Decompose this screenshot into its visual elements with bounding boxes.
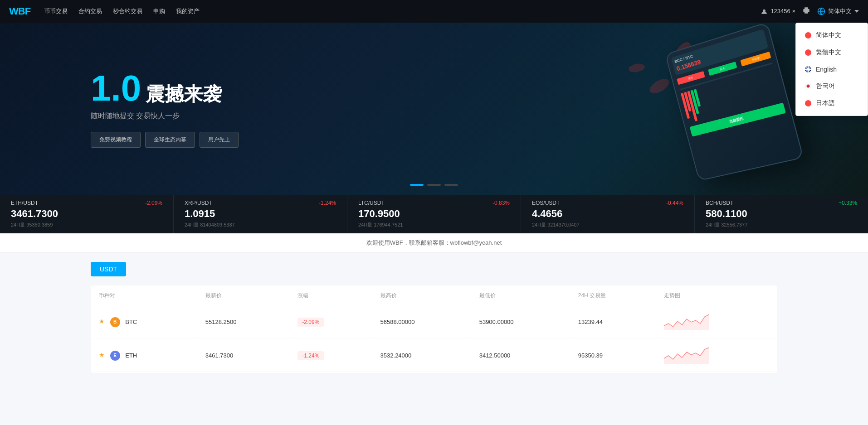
ticker-change: -2.09% [145, 200, 162, 206]
market-section: USDT 币种对 最新价 涨幅 最高价 最低价 24H 交易量 走势图 ★ B … [0, 253, 868, 382]
phone-mockup: BCC / BTC 0.158639 卖出 买入 当前委 当前委托 [678, 36, 814, 181]
latest-price-cell: 55128.2500 [198, 306, 290, 338]
petal-decoration [628, 63, 646, 73]
petal-decoration [647, 76, 672, 97]
lang-label: 简体中文 [828, 7, 852, 15]
change-badge: -2.09% [297, 318, 324, 327]
coin-pair-cell: ★ B BTC [92, 306, 197, 338]
dot-icon [805, 32, 811, 39]
lang-option-english[interactable]: English [796, 61, 868, 77]
svg-rect-2 [805, 11, 808, 14]
lang-option-traditional[interactable]: 繁體中文 [796, 44, 868, 61]
market-tabs: USDT [91, 262, 777, 276]
hero-subtitle: 随时随地提交 交易快人一步 [91, 111, 239, 121]
favorite-star[interactable]: ★ [99, 318, 105, 325]
ticker-item-eth[interactable]: ETH/USDT -2.09% 3461.7300 24H量 95350.385… [0, 195, 174, 233]
ticker-change: -0.44% [666, 200, 683, 206]
mini-chart [664, 312, 709, 330]
latest-price-cell: 3461.7300 [198, 339, 290, 372]
free-tutorial-btn[interactable]: 免费视频教程 [91, 132, 141, 148]
ticker-pair: LTC/USDT [358, 200, 385, 206]
welcome-bar: 欢迎使用WBF，联系邮箱客服：wbflowbf@yeah.net [0, 233, 868, 253]
hero-dots [410, 184, 458, 186]
ticker-item-eos[interactable]: EOS/USDT -0.44% 4.4656 24H量 9214370.0407 [521, 195, 695, 233]
hero-banner: 1.0 震撼来袭 随时随地提交 交易快人一步 免费视频教程 全球生态内幕 用户先… [0, 23, 868, 195]
lang-option-japanese[interactable]: 日本語 [796, 95, 868, 112]
hero-content: 1.0 震撼来袭 随时随地提交 交易快人一步 免费视频教程 全球生态内幕 用户先… [0, 70, 239, 148]
flag-kr-icon [805, 83, 811, 89]
ticker-item-ltc[interactable]: LTC/USDT -0.83% 170.9500 24H量 176944.752… [347, 195, 521, 233]
high-cell: 3532.24000 [373, 339, 471, 372]
col-latest: 最新价 [198, 286, 290, 305]
pair-row: LTC/USDT -0.83% [358, 200, 510, 206]
nav-subscribe[interactable]: 申购 [153, 5, 165, 17]
change-cell: -2.09% [290, 306, 372, 338]
low-cell: 53900.00000 [472, 306, 570, 338]
pair-row: EOS/USDT -0.44% [532, 200, 683, 206]
pair-row: ETH/USDT -2.09% [11, 200, 162, 206]
change-badge: -1.24% [297, 351, 324, 360]
high-cell: 56588.00000 [373, 306, 471, 338]
ticker-vol: 24H量 95350.3859 [11, 222, 162, 228]
pair-row: BCH/USDT +0.33% [706, 200, 857, 206]
dot-2[interactable] [427, 184, 441, 186]
change-cell: -1.24% [290, 339, 372, 372]
chevron-down-icon [854, 9, 859, 14]
user-first-btn[interactable]: 用户先上 [200, 132, 239, 148]
dot-3[interactable] [444, 184, 458, 186]
col-coin-pair: 币种对 [92, 286, 197, 305]
nav-right: 123456 × 简体中文 [761, 7, 859, 16]
svg-marker-7 [664, 314, 709, 330]
ticker-change: -1.24% [319, 200, 336, 206]
col-change: 涨幅 [290, 286, 372, 305]
col-chart: 走势图 [657, 286, 776, 305]
dot-icon [805, 100, 811, 106]
ticker-vol: 24H量 81404809.5387 [185, 222, 336, 228]
hero-buttons: 免费视频教程 全球生态内幕 用户先上 [91, 132, 239, 148]
ticker-change: +0.33% [839, 200, 857, 206]
nav-contract-trade[interactable]: 合约交易 [78, 5, 102, 17]
volume-cell: 95350.39 [571, 339, 656, 372]
ticker-item-bch[interactable]: BCH/USDT +0.33% 580.1100 24H量 32556.7377 [695, 195, 868, 233]
ticker-vol: 24H量 9214370.0407 [532, 222, 683, 228]
table-row[interactable]: ★ E ETH 3461.7300 -1.24% 3532.24000 3412… [92, 339, 776, 372]
favorite-star[interactable]: ★ [99, 351, 105, 358]
logo[interactable]: WBF [9, 5, 30, 17]
nav-user[interactable]: 123456 × [761, 8, 795, 15]
ticker-change: -0.83% [493, 200, 510, 206]
col-high: 最高价 [373, 286, 471, 305]
navbar: WBF 币币交易 合约交易 秒合约交易 申购 我的资产 123456 × 简体中… [0, 0, 868, 23]
lang-switcher[interactable]: 简体中文 [817, 7, 859, 15]
low-cell: 3412.50000 [472, 339, 570, 372]
ticker-vol: 24H量 176944.7521 [358, 222, 510, 228]
table-header-row: 币种对 最新价 涨幅 最高价 最低价 24H 交易量 走势图 [92, 286, 776, 305]
table-row[interactable]: ★ B BTC 55128.2500 -2.09% 56588.00000 53… [92, 306, 776, 338]
nav-links: 币币交易 合约交易 秒合约交易 申购 我的资产 [44, 5, 761, 17]
ticker-price: 3461.7300 [11, 208, 162, 220]
coin-icon: E [110, 351, 120, 361]
ticker-pair: XRP/USDT [185, 200, 212, 206]
ticker-vol: 24H量 32556.7377 [706, 222, 857, 228]
ticker-pair: ETH/USDT [11, 200, 38, 206]
ticker-price: 580.1100 [706, 208, 857, 220]
hero-title: 震撼来袭 [146, 82, 222, 107]
dot-1[interactable] [410, 184, 424, 186]
nav-second-contract[interactable]: 秒合约交易 [113, 5, 142, 17]
dot-icon [805, 49, 811, 56]
ticker-bar: ETH/USDT -2.09% 3461.7300 24H量 95350.385… [0, 195, 868, 233]
nav-my-assets[interactable]: 我的资产 [176, 5, 200, 17]
global-eco-btn[interactable]: 全球生态内幕 [145, 132, 195, 148]
mini-chart [664, 346, 709, 364]
tab-usdt[interactable]: USDT [91, 262, 126, 276]
svg-marker-8 [664, 348, 709, 364]
printer-icon[interactable] [803, 7, 810, 16]
hero-number: 1.0 [91, 70, 141, 106]
ticker-price: 170.9500 [358, 208, 510, 220]
coin-icon: B [110, 317, 120, 327]
nav-coin-trade[interactable]: 币币交易 [44, 5, 68, 17]
flag-gb-icon [805, 66, 811, 72]
ticker-price: 1.0915 [185, 208, 336, 220]
lang-option-simplified[interactable]: 简体中文 [796, 27, 868, 44]
lang-option-korean[interactable]: 한국어 [796, 77, 868, 95]
ticker-item-xrp[interactable]: XRP/USDT -1.24% 1.0915 24H量 81404809.538… [174, 195, 347, 233]
